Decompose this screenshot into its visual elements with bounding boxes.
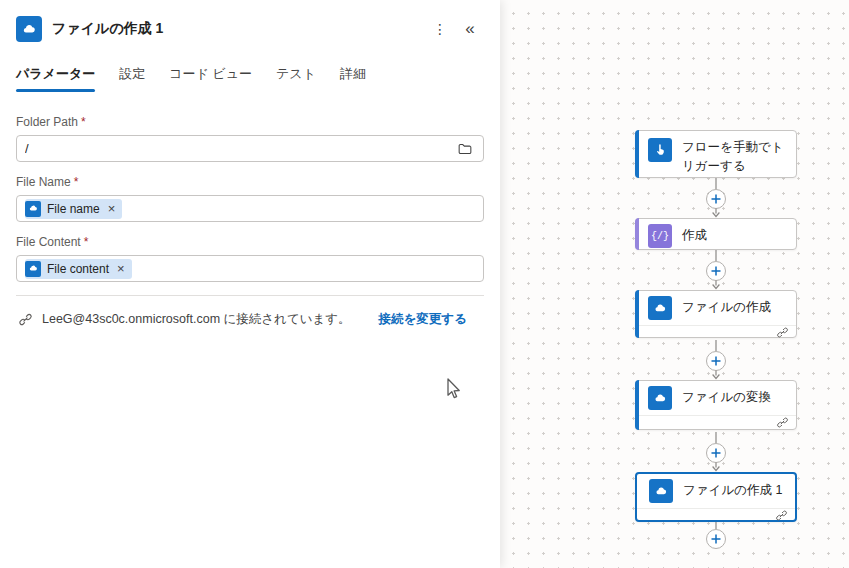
onedrive-cloud-icon [25,201,41,217]
collapse-panel-icon[interactable]: « [456,15,484,43]
node-footer [636,415,796,429]
mouse-cursor [444,377,462,401]
tab-parameters[interactable]: パラメーター [16,65,95,92]
onedrive-cloud-icon [25,261,41,277]
required-asterisk: * [74,175,79,189]
file-name-label: File Name* [16,175,484,189]
link-icon [776,416,789,429]
flow-node-convert-file[interactable]: ファイルの変換 [635,380,797,430]
required-asterisk: * [84,235,89,249]
node-accent-bar [635,218,639,250]
folder-picker-icon[interactable] [455,139,475,159]
node-accent-bar [635,290,639,338]
link-icon [18,312,33,327]
tab-code-view[interactable]: コード ビュー [169,65,252,92]
panel-title: ファイルの作成 1 [52,20,426,38]
file-name-field[interactable]: File name × [16,195,484,222]
link-icon [776,326,789,339]
folder-path-field [16,135,484,162]
connection-status-text: LeeG@43sc0c.onmicrosoft.com に接続されています。 [42,311,351,328]
chip-remove-icon[interactable]: × [105,202,119,215]
folder-path-label: Folder Path* [16,115,484,129]
node-label: ファイルの変換 [682,388,771,407]
flow-node-manual-trigger[interactable]: フローを手動でトリガーする [635,130,797,178]
tab-details[interactable]: 詳細 [340,65,366,92]
dynamic-content-chip[interactable]: File name × [25,199,122,219]
chip-label: File content [41,262,114,276]
node-label: 作成 [682,226,707,245]
flow-node-compose[interactable]: {/} 作成 [635,218,797,250]
hand-tap-icon [648,138,672,162]
node-footer [636,325,796,339]
insert-step-connector [704,178,728,218]
onedrive-cloud-icon [648,386,672,410]
tab-test[interactable]: テスト [276,65,316,92]
link-icon [775,509,788,522]
file-content-label: File Content* [16,235,484,249]
power-automate-designer: ファイルの作成 1 ⋮ « パラメーター 設定 コード ビュー テスト 詳細 F… [0,0,849,568]
onedrive-cloud-icon [648,296,672,320]
insert-step-connector [704,340,728,380]
tab-settings[interactable]: 設定 [119,65,145,92]
insert-step-connector [704,250,728,290]
chip-label: File name [41,202,105,216]
change-connection-link[interactable]: 接続を変更する [379,311,467,328]
connection-info: LeeG@43sc0c.onmicrosoft.com に接続されています。 接… [0,296,500,328]
dynamic-content-chip[interactable]: File content × [25,259,132,279]
flow-canvas[interactable]: フローを手動でトリガーする {/} 作成 [500,0,849,568]
node-label: ファイルの作成 [682,298,771,317]
insert-step-connector [704,522,728,550]
folder-path-input[interactable] [25,141,455,156]
insert-step-connector [704,432,728,472]
node-footer [637,508,795,522]
required-asterisk: * [81,115,86,129]
node-label: フローを手動でトリガーする [682,138,788,177]
node-accent-bar [635,380,639,430]
config-tabs: パラメーター 設定 コード ビュー テスト 詳細 [0,43,500,93]
panel-header: ファイルの作成 1 ⋮ « [0,0,500,43]
node-accent-bar [635,130,639,178]
more-options-icon[interactable]: ⋮ [426,15,454,43]
file-content-field[interactable]: File content × [16,255,484,282]
onedrive-icon [16,16,42,42]
chip-remove-icon[interactable]: × [114,262,128,275]
flow-node-create-file-1[interactable]: ファイルの作成 1 [635,472,797,522]
parameters-form: Folder Path* File Name* File name × [0,93,500,282]
action-config-panel: ファイルの作成 1 ⋮ « パラメーター 設定 コード ビュー テスト 詳細 F… [0,0,500,568]
node-label: ファイルの作成 1 [683,481,782,500]
flow-node-create-file[interactable]: ファイルの作成 [635,290,797,338]
braces-icon: {/} [648,224,672,248]
onedrive-cloud-icon [649,479,673,503]
